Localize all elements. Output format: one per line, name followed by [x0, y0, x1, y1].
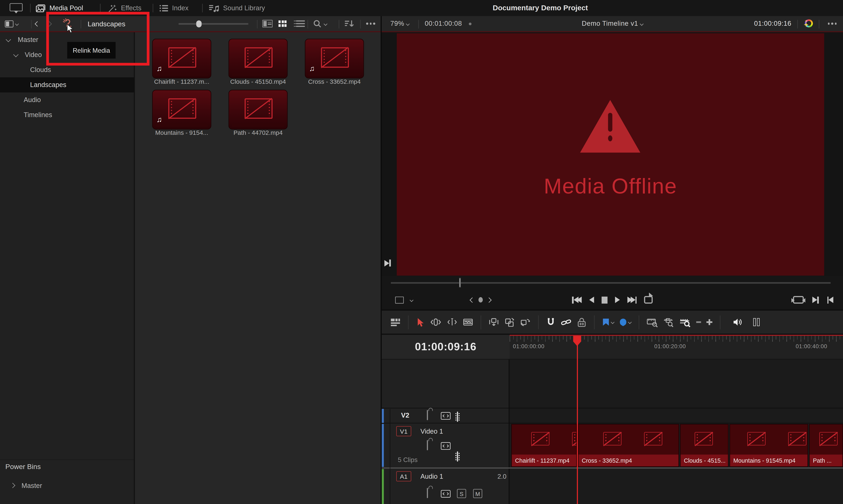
video-audio-splitter[interactable]: [382, 467, 843, 468]
clip-thumbnail-cross[interactable]: ♫: [305, 39, 364, 78]
viewer-zoom-select[interactable]: 79%: [390, 16, 409, 31]
marker-button[interactable]: [619, 318, 627, 326]
linked-selection-button[interactable]: [561, 318, 572, 326]
timeline-clip-path[interactable]: Path ...: [809, 424, 843, 467]
next-edit-button[interactable]: [812, 296, 819, 303]
snapping-button[interactable]: [546, 317, 555, 327]
track-enable-icon[interactable]: [457, 451, 458, 462]
play-button[interactable]: [615, 296, 620, 303]
play-reverse-button[interactable]: [589, 296, 594, 303]
clip-thumbnail-clouds[interactable]: [229, 39, 288, 78]
flag-button[interactable]: [602, 318, 610, 326]
jog-dot-icon[interactable]: [479, 297, 483, 303]
clip-name: Clouds - 4515...: [681, 455, 728, 466]
flag-icon: [602, 318, 610, 326]
track-lock-icon[interactable]: [427, 488, 428, 498]
clip-name: Mountains - 91545.mp4: [730, 455, 807, 466]
scrub-track[interactable]: [391, 282, 831, 284]
chevron-down-icon[interactable]: [410, 298, 413, 302]
clip-name: Cross - 33652.mp4: [578, 455, 679, 466]
list-view-button[interactable]: [293, 16, 305, 31]
ellipsis-icon: [828, 23, 837, 24]
timeline-selector[interactable]: Demo Timeline v1: [582, 16, 643, 31]
workspace-layout-icon[interactable]: [10, 3, 23, 11]
timeline-toolbar: [382, 309, 843, 335]
auto-select-icon[interactable]: [441, 490, 450, 498]
zoom-in-button[interactable]: [706, 319, 712, 325]
stop-button[interactable]: [602, 296, 607, 303]
timeline-view-options-button[interactable]: [390, 318, 400, 326]
transform-crop-icon[interactable]: [395, 296, 404, 303]
zoom-out-slider[interactable]: [696, 322, 701, 323]
timeline-clip-mountains[interactable]: Mountains - 91545.mp4: [730, 424, 808, 467]
solo-button[interactable]: S: [457, 489, 466, 498]
mute-button[interactable]: M: [473, 489, 482, 498]
marker-icon: [619, 318, 627, 326]
audio-monitor-button[interactable]: [733, 318, 743, 327]
bin-back-button[interactable]: [35, 16, 39, 31]
last-frame-button[interactable]: [627, 296, 636, 303]
divider: [153, 4, 153, 12]
clip-thumbnail-mountains[interactable]: ♫: [152, 90, 211, 129]
search-button[interactable]: [313, 16, 327, 31]
track-enable-icon[interactable]: [457, 412, 458, 422]
zoom-detail-button[interactable]: [663, 317, 674, 327]
jump-to-end-icon[interactable]: [384, 259, 391, 267]
search-icon: [313, 19, 322, 28]
jog-right-icon[interactable]: [486, 297, 492, 303]
viewer-transform-group: [395, 290, 413, 309]
bin-item-landscapes[interactable]: Landscapes: [0, 77, 134, 92]
chevron-down-icon: [13, 52, 19, 57]
bin-options-button[interactable]: [366, 16, 375, 31]
overwrite-clip-button[interactable]: [504, 318, 515, 327]
track-badge-v1[interactable]: V1: [396, 426, 411, 436]
track-badge-a1[interactable]: A1: [396, 471, 411, 482]
track-lock-icon[interactable]: [427, 411, 428, 420]
viewer-scrub-bar[interactable]: [382, 275, 843, 290]
power-bins-header: Power Bins: [5, 463, 41, 471]
power-bins-master[interactable]: Master: [0, 478, 134, 493]
mixer-button[interactable]: [753, 318, 759, 326]
timeline-clip-cross[interactable]: Cross - 33652.mp4: [578, 424, 679, 467]
viewer-video-frame[interactable]: Media Offline: [397, 33, 824, 276]
thumbnail-view-button[interactable]: [279, 16, 286, 31]
slider-knob[interactable]: [196, 20, 201, 28]
bin-sidebar-toggle[interactable]: [5, 16, 18, 31]
clip-thumbnail-chairlift[interactable]: ♫: [152, 39, 211, 78]
trim-edit-mode-button[interactable]: [430, 318, 442, 327]
viewer-options-button[interactable]: [828, 16, 837, 31]
selection-mode-button[interactable]: [416, 317, 425, 327]
timeline-clip-chairlift[interactable]: Chairlift - 11237.mp4: [511, 424, 577, 467]
tab-index[interactable]: Index: [159, 0, 189, 16]
playhead-line[interactable]: [577, 336, 578, 504]
tab-sound-library[interactable]: Sound Library: [209, 0, 265, 16]
sort-button[interactable]: [344, 16, 354, 31]
zoom-custom-button[interactable]: [680, 317, 691, 327]
previous-edit-button[interactable]: [827, 296, 833, 303]
blade-edit-mode-button[interactable]: [463, 318, 473, 327]
zoom-full-extent-button[interactable]: [647, 317, 658, 327]
loop-playback-icon[interactable]: [644, 296, 652, 304]
track-lock-icon[interactable]: [427, 440, 428, 450]
first-frame-button[interactable]: [572, 296, 581, 303]
auto-select-icon[interactable]: [441, 412, 450, 420]
flag-color-select[interactable]: [611, 321, 614, 324]
match-frame-icon[interactable]: [793, 296, 804, 304]
replace-clip-button[interactable]: [520, 318, 531, 327]
thumbnail-size-slider[interactable]: [178, 23, 248, 25]
auto-select-icon[interactable]: [441, 442, 450, 450]
bin-item-timelines[interactable]: Timelines: [0, 107, 134, 123]
position-lock-button[interactable]: [577, 317, 587, 327]
insert-clip-button[interactable]: [489, 318, 499, 327]
dynamic-trim-mode-button[interactable]: [447, 318, 458, 327]
ai-enhance-button[interactable]: [804, 16, 813, 31]
metadata-view-button[interactable]: [263, 16, 273, 31]
scrub-playhead[interactable]: [459, 278, 461, 288]
timeline-clip-clouds[interactable]: Clouds - 4515...: [680, 424, 728, 467]
bin-item-audio[interactable]: Audio: [0, 92, 134, 107]
marker-color-select[interactable]: [629, 321, 631, 324]
jog-left-icon[interactable]: [470, 297, 475, 303]
clip-name: Clouds - 45150.mp4: [218, 78, 299, 85]
media-offline-icon: [603, 432, 622, 445]
clip-thumbnail-path[interactable]: [229, 90, 288, 129]
